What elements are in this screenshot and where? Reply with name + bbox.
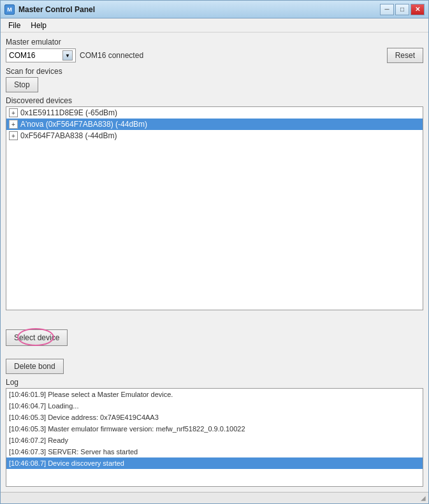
log-section: Log [10:46:01.9] Please select a Master …	[6, 378, 423, 487]
menu-file[interactable]: File	[3, 20, 25, 31]
master-emulator-row: COM16 ▼ COM16 connected Reset	[6, 48, 423, 63]
status-bar: ◢	[1, 492, 428, 503]
discovered-section: Discovered devices + 0x1E59111D8E9E (-65…	[6, 96, 423, 323]
master-emulator-section: Master emulator COM16 ▼ COM16 connected …	[6, 38, 423, 63]
expand-icon[interactable]: +	[9, 120, 18, 129]
expand-icon[interactable]: +	[9, 108, 18, 117]
title-bar-buttons: ─ □ ✕	[380, 4, 425, 15]
log-entry: [10:46:01.9] Please select a Master Emul…	[6, 389, 423, 400]
list-item[interactable]: + 0x1E59111D8E9E (-65dBm)	[6, 107, 423, 119]
resize-icon: ◢	[421, 494, 426, 501]
menu-help[interactable]: Help	[25, 20, 52, 31]
master-emulator-label: Master emulator	[6, 38, 423, 47]
stop-button[interactable]: Stop	[6, 77, 38, 92]
app-icon: M	[4, 4, 15, 15]
delete-bond-button[interactable]: Delete bond	[6, 359, 64, 374]
log-label: Log	[6, 378, 423, 387]
com-port-dropdown[interactable]: COM16 ▼	[6, 48, 76, 62]
select-device-button[interactable]: Select device	[6, 329, 68, 346]
select-device-wrapper: Select device	[6, 329, 68, 346]
title-bar: M Master Control Panel ─ □ ✕	[1, 1, 428, 18]
scan-row: Stop	[6, 77, 423, 92]
select-device-row: Select device	[6, 329, 423, 346]
device-name: 0xF564F7ABA838 (-44dBm)	[20, 131, 117, 140]
expand-icon[interactable]: +	[9, 131, 18, 140]
log-entry-highlighted: [10:46:08.7] Device discovery started	[6, 457, 423, 469]
device-name: 0x1E59111D8E9E (-65dBm)	[20, 108, 117, 117]
list-item[interactable]: + 0xF564F7ABA838 (-44dBm)	[6, 130, 423, 141]
log-entry: [10:46:04.7] Loading...	[6, 400, 423, 412]
menu-bar: File Help	[1, 18, 428, 32]
main-window: M Master Control Panel ─ □ ✕ File Help M…	[0, 0, 429, 504]
discovered-label: Discovered devices	[6, 96, 423, 105]
device-name: A'nova (0xF564F7ABA838) (-44dBm)	[20, 120, 147, 129]
window-title: Master Control Panel	[18, 5, 380, 14]
delete-bond-row: Delete bond	[6, 359, 423, 374]
list-item[interactable]: + A'nova (0xF564F7ABA838) (-44dBm)	[6, 119, 423, 130]
log-panel[interactable]: [10:46:01.9] Please select a Master Emul…	[6, 388, 423, 487]
com-port-value: COM16	[9, 51, 35, 60]
close-button[interactable]: ✕	[411, 4, 425, 15]
maximize-button[interactable]: □	[395, 4, 409, 15]
devices-panel[interactable]: + 0x1E59111D8E9E (-65dBm) + A'nova (0xF5…	[6, 106, 423, 310]
minimize-button[interactable]: ─	[380, 4, 394, 15]
reset-button[interactable]: Reset	[387, 48, 423, 63]
log-entry: [10:46:05.3] Device address: 0x7A9E419C4…	[6, 412, 423, 423]
log-entry: [10:46:05.3] Master emulator firmware ve…	[6, 423, 423, 435]
combo-arrow-icon: ▼	[62, 50, 73, 61]
scan-section: Scan for devices Stop	[6, 67, 423, 92]
log-entry: [10:46:07.3] SERVER: Server has started	[6, 446, 423, 457]
scan-label: Scan for devices	[6, 67, 423, 76]
connection-status: COM16 connected	[80, 51, 143, 60]
spacer	[6, 350, 423, 355]
main-content: Master emulator COM16 ▼ COM16 connected …	[1, 32, 428, 492]
log-entry: [10:46:07.2] Ready	[6, 435, 423, 446]
